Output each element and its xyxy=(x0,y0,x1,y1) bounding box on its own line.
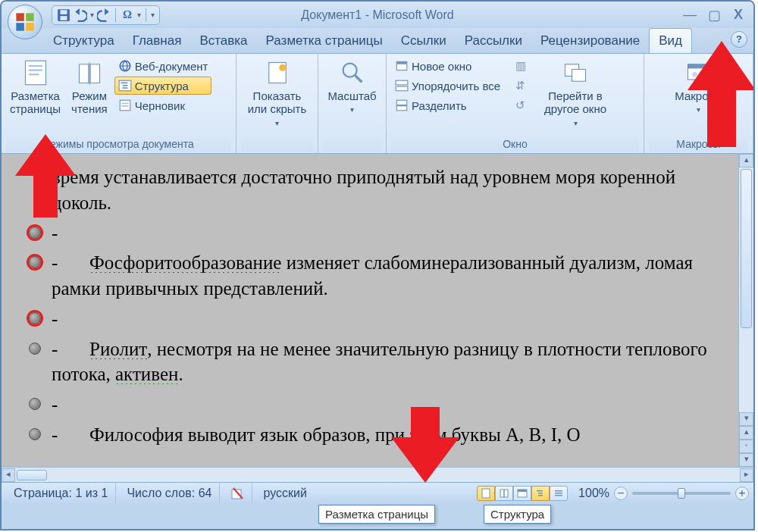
split-button[interactable]: Разделить xyxy=(391,96,504,114)
scroll-right-button[interactable]: ▸ xyxy=(740,468,753,482)
help-button[interactable]: ? xyxy=(731,31,747,48)
svg-rect-9 xyxy=(29,70,42,71)
symbol-dropdown-icon[interactable]: ▾ xyxy=(137,11,141,19)
status-web-layout-button[interactable] xyxy=(513,486,531,501)
hscroll-thumb[interactable] xyxy=(17,470,47,480)
document-area: время устанавливается достаточно приподн… xyxy=(2,154,753,467)
ribbon: Разметка страницы Режим чтения Веб-докум… xyxy=(2,54,753,154)
tab-references[interactable]: Ссылки xyxy=(392,29,456,53)
svg-rect-15 xyxy=(122,87,127,89)
view-side-button: ▥ xyxy=(512,57,533,75)
zoom-slider-thumb[interactable] xyxy=(678,488,685,499)
maximize-button[interactable]: ▢ xyxy=(706,7,722,23)
tooltip-print-layout: Разметка страницы xyxy=(318,505,435,524)
zoom-button[interactable]: Масштаб ▾ xyxy=(324,57,380,117)
group-macros: Макросы ▾ Макросы xyxy=(644,54,753,153)
office-button[interactable] xyxy=(8,5,42,39)
new-window-button[interactable]: Новое окно xyxy=(391,57,504,75)
tab-mailings[interactable]: Рассылки xyxy=(456,29,531,53)
print-layout-button[interactable]: Разметка страницы xyxy=(6,57,64,118)
status-bar: Страница: 1 из 1 Число слов: 64 русский … xyxy=(2,482,753,503)
outline-view-button[interactable]: Структура xyxy=(114,77,212,95)
tab-structure[interactable]: Структура xyxy=(44,29,124,53)
switch-windows-button[interactable]: Перейти в другое окно ▾ xyxy=(540,57,610,130)
prev-page-button[interactable]: ▴ xyxy=(739,426,753,440)
svg-rect-17 xyxy=(121,103,128,105)
svg-rect-25 xyxy=(396,86,408,91)
zoom-value[interactable]: 100% xyxy=(578,487,609,500)
redo-icon[interactable] xyxy=(97,8,111,22)
arrange-icon xyxy=(395,79,409,92)
svg-rect-23 xyxy=(396,61,407,64)
sync-scroll-button: ⇵ xyxy=(512,77,533,95)
reading-layout-button[interactable]: Режим чтения xyxy=(67,57,111,118)
zoom-slider[interactable] xyxy=(632,492,731,495)
close-button[interactable]: X xyxy=(731,7,746,23)
scroll-up-button[interactable]: ▴ xyxy=(739,154,753,167)
svg-rect-30 xyxy=(688,64,709,69)
print-layout-label: Разметка страницы xyxy=(10,89,61,116)
reading-layout-icon xyxy=(76,59,103,86)
scroll-left-button[interactable]: ◂ xyxy=(2,468,15,482)
undo-dropdown-icon[interactable]: ▾ xyxy=(90,11,94,19)
horizontal-scrollbar[interactable]: ◂ ▸ xyxy=(2,467,753,482)
svg-rect-8 xyxy=(29,65,42,67)
svg-rect-34 xyxy=(482,489,490,498)
group-show-hide: Показать или скрыть ▾ xyxy=(236,54,318,153)
group-window-label: Окно xyxy=(391,136,639,152)
scroll-down-button[interactable]: ▾ xyxy=(739,412,753,426)
new-window-icon xyxy=(395,59,409,73)
draft-view-button[interactable]: Черновик xyxy=(114,96,212,114)
svg-rect-10 xyxy=(29,74,39,75)
save-icon[interactable] xyxy=(57,8,70,22)
zoom-icon xyxy=(339,59,366,86)
window-controls: — ▢ X xyxy=(682,7,746,23)
svg-rect-37 xyxy=(537,490,543,492)
document-body[interactable]: время устанавливается достаточно приподн… xyxy=(2,154,738,467)
svg-rect-13 xyxy=(121,83,127,84)
vertical-scrollbar[interactable]: ▴ ▾ ▴ ◦ ▾ xyxy=(738,154,753,467)
status-reading-layout-button[interactable] xyxy=(495,486,513,501)
group-zoom: Масштаб ▾ xyxy=(318,54,387,153)
zoom-in-button[interactable]: + xyxy=(735,487,749,500)
status-outline-button[interactable] xyxy=(531,486,550,501)
web-layout-icon xyxy=(118,59,132,73)
macros-button[interactable]: Макросы ▾ xyxy=(671,57,726,117)
tab-insert[interactable]: Вставка xyxy=(190,29,256,53)
status-draft-button[interactable] xyxy=(550,486,568,501)
reading-layout-label: Режим чтения xyxy=(71,89,108,116)
tab-view[interactable]: Вид xyxy=(649,28,692,53)
status-page[interactable]: Страница: 1 из 1 xyxy=(6,483,116,503)
qat-customize-icon[interactable]: ▾ xyxy=(151,11,155,19)
status-word-count[interactable]: Число слов: 64 xyxy=(119,483,220,503)
svg-point-20 xyxy=(279,64,286,71)
status-language[interactable]: русский xyxy=(255,483,314,503)
arrange-all-button[interactable]: Упорядочить все xyxy=(391,77,504,95)
group-macros-label: Макросы xyxy=(649,136,748,152)
show-hide-icon xyxy=(264,59,291,86)
undo-icon[interactable] xyxy=(74,8,87,22)
browse-object-button[interactable]: ◦ xyxy=(739,440,753,453)
symbol-icon[interactable]: Ω xyxy=(121,8,134,22)
print-layout-icon xyxy=(22,59,49,86)
titlebar: ▾ Ω ▾ ▾ Документ1 - Microsoft Word — ▢ X xyxy=(2,2,753,28)
status-view-buttons xyxy=(477,486,568,501)
tab-home[interactable]: Главная xyxy=(124,29,191,53)
minimize-button[interactable]: — xyxy=(682,7,697,23)
group-document-views: Разметка страницы Режим чтения Веб-докум… xyxy=(2,54,236,153)
status-print-layout-button[interactable] xyxy=(477,486,495,501)
svg-rect-6 xyxy=(61,16,67,20)
show-hide-button[interactable]: Показать или скрыть ▾ xyxy=(244,57,311,130)
group-window: Новое окно Упорядочить все Разделить ▥ ⇵… xyxy=(387,54,644,153)
zoom-out-button[interactable]: − xyxy=(614,487,628,500)
tab-review[interactable]: Рецензирование xyxy=(531,29,649,53)
svg-rect-7 xyxy=(25,61,45,85)
tab-pagelayout[interactable]: Разметка страницы xyxy=(257,29,392,53)
chevron-down-icon: ▾ xyxy=(697,105,700,114)
scroll-thumb[interactable] xyxy=(741,169,752,328)
web-layout-button[interactable]: Веб-документ xyxy=(114,57,212,75)
next-page-button[interactable]: ▾ xyxy=(739,453,753,467)
svg-point-21 xyxy=(343,64,356,77)
status-proofing[interactable] xyxy=(223,483,252,503)
reset-pos-button: ↺ xyxy=(512,96,533,114)
